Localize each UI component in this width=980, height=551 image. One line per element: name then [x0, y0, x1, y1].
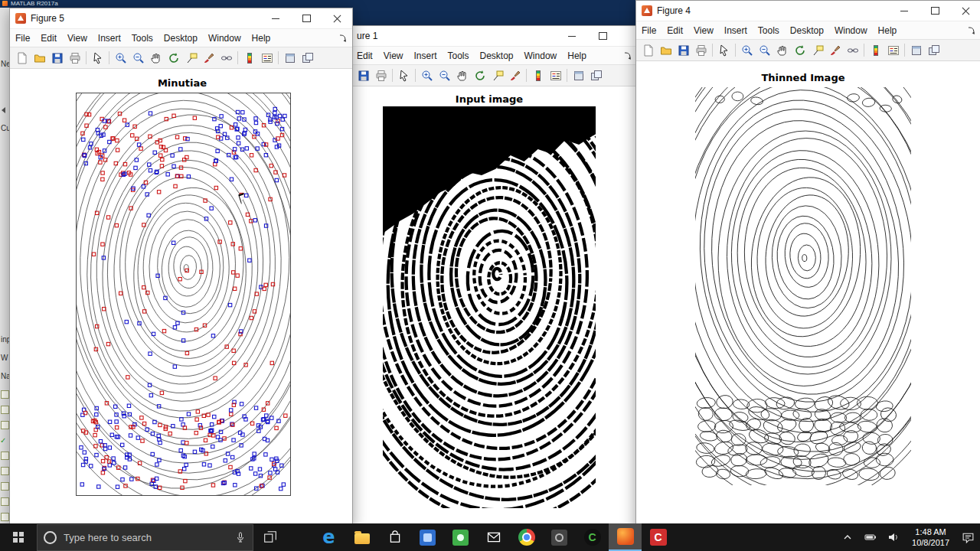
- menu-item[interactable]: Desktop: [475, 51, 519, 61]
- maximize-button[interactable]: [920, 1, 950, 21]
- mic-button[interactable]: [234, 531, 247, 543]
- file-icon[interactable]: [1, 513, 9, 521]
- menu-item[interactable]: Edit: [662, 25, 688, 36]
- file-icon[interactable]: [1, 421, 9, 429]
- menu-item[interactable]: Window: [519, 51, 563, 61]
- figure5-titlebar[interactable]: Figure 5: [10, 8, 352, 28]
- save-button[interactable]: [675, 41, 692, 59]
- hide-plot-tools-button[interactable]: [907, 41, 925, 59]
- taskbar-green-app[interactable]: [444, 523, 477, 551]
- insert-colorbar-button[interactable]: [867, 41, 884, 59]
- print-button[interactable]: [692, 41, 710, 59]
- minimize-button[interactable]: [889, 1, 920, 21]
- menu-item[interactable]: Tools: [126, 33, 158, 44]
- zoom-out-button[interactable]: [756, 41, 773, 59]
- zoom-in-button[interactable]: [112, 49, 129, 67]
- close-button[interactable]: [322, 8, 352, 28]
- battery-status[interactable]: [859, 523, 882, 551]
- dock-figure-button[interactable]: [338, 34, 348, 43]
- figure4-titlebar[interactable]: Figure 4: [636, 1, 980, 21]
- taskbar-edge[interactable]: e: [312, 523, 345, 551]
- start-button[interactable]: [0, 523, 37, 551]
- dock-figure-button[interactable]: [967, 26, 976, 35]
- pan-button[interactable]: [453, 67, 471, 84]
- data-cursor-button[interactable]: [182, 49, 200, 67]
- new-figure-button[interactable]: [13, 49, 31, 67]
- taskbar-camtasia[interactable]: C: [576, 523, 609, 551]
- menu-item[interactable]: File: [636, 25, 662, 36]
- rotate-button[interactable]: [791, 41, 808, 59]
- minimize-button[interactable]: [557, 26, 587, 46]
- menu-item[interactable]: Help: [247, 33, 276, 44]
- menu-item[interactable]: Window: [829, 25, 873, 36]
- zoom-in-button[interactable]: [738, 41, 756, 59]
- menu-item[interactable]: View: [378, 51, 409, 61]
- rotate-button[interactable]: [471, 67, 488, 84]
- maximize-button[interactable]: [587, 26, 618, 46]
- taskbar-matlab[interactable]: [609, 523, 642, 551]
- menu-item[interactable]: Help: [562, 51, 592, 61]
- data-cursor-button[interactable]: [808, 41, 826, 59]
- edit-plot-button[interactable]: [89, 49, 106, 67]
- menu-item[interactable]: File: [10, 33, 35, 44]
- edit-plot-button[interactable]: [395, 67, 413, 84]
- open-file-button[interactable]: [31, 49, 48, 67]
- menu-item[interactable]: Help: [873, 25, 903, 36]
- insert-colorbar-button[interactable]: [240, 49, 258, 67]
- show-plot-tools-button[interactable]: [925, 41, 942, 59]
- link-plot-button[interactable]: [217, 49, 235, 67]
- open-file-button[interactable]: [657, 41, 675, 59]
- taskbar-photos[interactable]: [411, 523, 444, 551]
- menu-item[interactable]: Edit: [35, 33, 62, 44]
- maximize-button[interactable]: [291, 8, 322, 28]
- menu-item[interactable]: Tools: [443, 51, 475, 61]
- taskbar-clock[interactable]: 1:48 AM 10/8/2017: [905, 527, 956, 548]
- menu-item[interactable]: Insert: [93, 33, 126, 44]
- show-plot-tools-button[interactable]: [587, 67, 605, 84]
- volume-status[interactable]: [882, 523, 905, 551]
- rotate-button[interactable]: [165, 49, 182, 67]
- taskbar-search[interactable]: Type here to search: [37, 524, 253, 551]
- taskbar-chrome[interactable]: [510, 523, 543, 551]
- file-icon[interactable]: [1, 467, 9, 475]
- menu-item[interactable]: Desktop: [785, 25, 829, 36]
- menu-item[interactable]: Window: [203, 33, 247, 44]
- data-cursor-button[interactable]: [488, 67, 506, 84]
- menu-item[interactable]: Insert: [408, 51, 442, 61]
- menu-item[interactable]: Edit: [351, 51, 378, 61]
- menu-item[interactable]: View: [62, 33, 93, 44]
- file-icon[interactable]: [1, 452, 9, 460]
- file-icon[interactable]: [1, 497, 9, 506]
- pan-button[interactable]: [147, 49, 165, 67]
- save-button[interactable]: [354, 67, 372, 84]
- dock-figure-button[interactable]: [623, 51, 632, 60]
- hide-plot-tools-button[interactable]: [281, 49, 299, 67]
- taskbar-gray-app[interactable]: [543, 523, 576, 551]
- file-icon[interactable]: [1, 482, 9, 491]
- show-hidden-icons-button[interactable]: [836, 523, 859, 551]
- zoom-out-button[interactable]: [129, 49, 147, 67]
- brush-button[interactable]: [826, 41, 844, 59]
- taskbar-mail[interactable]: [477, 523, 510, 551]
- task-view-button[interactable]: [253, 523, 286, 551]
- menu-item[interactable]: Insert: [719, 25, 753, 36]
- taskbar-store[interactable]: [378, 523, 411, 551]
- file-icon[interactable]: [1, 390, 9, 399]
- close-button[interactable]: [950, 1, 980, 21]
- zoom-in-button[interactable]: [418, 67, 436, 84]
- edit-plot-button[interactable]: [715, 41, 733, 59]
- brush-button[interactable]: [506, 67, 524, 84]
- menu-item[interactable]: Tools: [753, 25, 785, 36]
- minimize-button[interactable]: [260, 8, 291, 28]
- zoom-out-button[interactable]: [436, 67, 453, 84]
- show-plot-tools-button[interactable]: [299, 49, 316, 67]
- menu-item[interactable]: Desktop: [158, 33, 203, 44]
- save-button[interactable]: [48, 49, 66, 67]
- figure1-titlebar[interactable]: ure 1: [351, 26, 637, 46]
- insert-legend-button[interactable]: [884, 41, 902, 59]
- insert-legend-button[interactable]: [547, 67, 564, 84]
- print-button[interactable]: [66, 49, 83, 67]
- insert-legend-button[interactable]: [258, 49, 276, 67]
- link-plot-button[interactable]: [844, 41, 861, 59]
- collapse-arrow-icon[interactable]: [2, 107, 5, 113]
